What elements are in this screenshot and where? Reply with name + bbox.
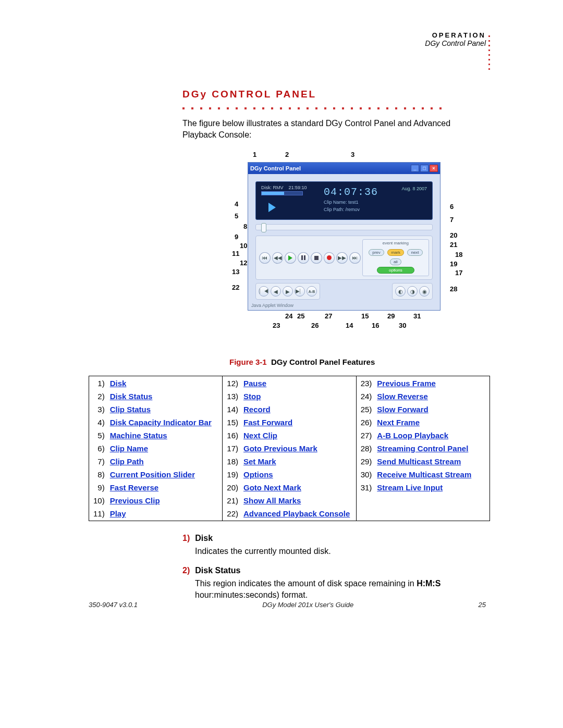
legend-link[interactable]: Goto Previous Mark	[243, 444, 317, 453]
options-button[interactable]: options	[377, 267, 414, 274]
fast-reverse-button[interactable]: ⏮	[259, 252, 271, 264]
legend-link[interactable]: Fast Reverse	[110, 483, 158, 492]
legend-link[interactable]: Previous Clip	[110, 496, 160, 505]
position-slider[interactable]	[255, 224, 433, 230]
legend-link[interactable]: Machine Status	[110, 431, 167, 440]
streaming-control-panel: ◐ ◑ ◉	[392, 283, 433, 300]
fast-forward-button[interactable]: ▶▶	[336, 252, 348, 264]
callout-23: 23	[273, 322, 280, 329]
section-title: DGy CONTROL PANEL	[182, 89, 490, 100]
callout-25: 25	[297, 312, 304, 320]
slow-reverse-button[interactable]: ◀	[271, 286, 281, 297]
callout-5: 5	[235, 212, 238, 220]
legend-link[interactable]: Record	[243, 405, 271, 414]
disk-capacity-bar	[261, 191, 303, 195]
legend-link[interactable]: Slow Reverse	[377, 392, 428, 401]
applet-footer: Java Applet Window	[251, 303, 440, 308]
footer-left: 350-9047 v3.0.1	[89, 601, 138, 609]
callout-16: 16	[372, 322, 379, 329]
set-mark-button[interactable]: mark	[387, 249, 404, 256]
receive-multicast-button[interactable]: ◑	[407, 286, 418, 297]
desc-1-text: Indicates the currently mounted disk.	[195, 546, 490, 557]
legend-link[interactable]: Disk Status	[110, 392, 153, 401]
callout-6: 6	[450, 203, 454, 211]
disk-value: RMV	[273, 185, 284, 190]
callout-20: 20	[450, 231, 457, 239]
callout-10: 10	[240, 242, 247, 250]
previous-clip-button[interactable]: ◀◀	[272, 252, 284, 264]
minimize-button[interactable]: _	[411, 165, 419, 172]
goto-prev-mark-button[interactable]: prev	[369, 249, 384, 256]
legend-link[interactable]: Stream Live Input	[377, 483, 443, 492]
maximize-button[interactable]: □	[420, 165, 429, 172]
window-titlebar[interactable]: DGy Control Panel _ □ ×	[248, 163, 440, 174]
next-clip-button[interactable]: ⏭	[349, 252, 361, 264]
previous-frame-button[interactable]: ⎸◀	[259, 286, 269, 297]
legend-link[interactable]: Stop	[243, 392, 261, 401]
description-section: 1)Disk Indicates the currently mounted d…	[182, 533, 490, 600]
legend-link[interactable]: Next Frame	[377, 418, 420, 427]
status-display: Disk: RMV 21:59:10 04:07:36 Aug. 8 2007 …	[255, 181, 433, 220]
legend-link[interactable]: Clip Name	[110, 444, 148, 453]
ab-loop-button[interactable]: A-B	[307, 286, 317, 297]
callout-17: 17	[455, 269, 462, 277]
legend-link[interactable]: Disk Capacity Indicator Bar	[110, 418, 212, 427]
legend-link[interactable]: Options	[243, 470, 273, 479]
intro-text: The figure below illustrates a standard …	[182, 118, 474, 140]
callout-21: 21	[450, 241, 457, 249]
show-all-marks-button[interactable]: all	[390, 258, 401, 265]
advanced-playback-console: ⎸◀ ◀ ▶ ▶⎸ A-B	[255, 283, 320, 300]
pause-button[interactable]	[298, 252, 309, 264]
horizontal-dots-decor	[182, 103, 490, 113]
page-header: OPERATION DGy Control Panel	[425, 31, 486, 47]
slider-thumb[interactable]	[261, 223, 266, 232]
window-title: DGy Control Panel	[250, 165, 301, 171]
legend-link[interactable]: Set Mark	[243, 457, 276, 466]
stream-live-button[interactable]: ◉	[419, 286, 430, 297]
callout-26: 26	[311, 322, 319, 329]
stop-button[interactable]	[311, 252, 322, 264]
play-button[interactable]	[285, 252, 296, 264]
legend-link[interactable]: A-B Loop Playback	[377, 431, 448, 440]
legend-link[interactable]: Fast Forward	[243, 418, 292, 427]
legend-link[interactable]: Goto Next Mark	[243, 483, 301, 492]
legend-link[interactable]: Streaming Control Panel	[377, 444, 468, 453]
legend-link[interactable]: Disk	[110, 379, 127, 388]
callout-27: 27	[325, 312, 332, 320]
header-subsection: DGy Control Panel	[425, 39, 486, 47]
legend-link[interactable]: Slow Forward	[377, 405, 428, 414]
next-frame-button[interactable]: ▶⎸	[295, 286, 305, 297]
legend-link[interactable]: Clip Path	[110, 457, 144, 466]
slow-forward-button[interactable]: ▶	[283, 286, 293, 297]
legend-link[interactable]: Current Position Slider	[110, 470, 195, 479]
close-button[interactable]: ×	[430, 165, 438, 172]
callout-12: 12	[240, 259, 247, 267]
legend-link[interactable]: Play	[110, 509, 126, 518]
callout-15: 15	[361, 312, 369, 320]
callout-2: 2	[285, 151, 289, 158]
legend-link[interactable]: Next Clip	[243, 431, 277, 440]
control-panel-window: DGy Control Panel _ □ × Disk: RMV 21:59:…	[248, 162, 440, 311]
header-section: OPERATION	[425, 31, 486, 39]
legend-link[interactable]: Clip Status	[110, 405, 151, 414]
legend-link[interactable]: Receive Multicast Stream	[377, 470, 471, 479]
desc-2-num: 2)	[182, 566, 190, 575]
goto-next-mark-button[interactable]: next	[407, 249, 422, 256]
legend-link[interactable]: Show All Marks	[243, 496, 301, 505]
disk-label: Disk:	[261, 185, 272, 190]
callout-24: 24	[285, 312, 292, 320]
callout-8: 8	[243, 223, 247, 230]
callout-7: 7	[450, 216, 454, 224]
legend-link[interactable]: Advanced Playback Console	[243, 509, 350, 518]
event-marking-label: event marking	[365, 241, 426, 245]
record-button[interactable]	[324, 252, 335, 264]
vertical-dots-decor	[488, 32, 490, 73]
figure-title: DGy Control Panel Features	[271, 357, 375, 366]
legend-link[interactable]: Previous Frame	[377, 379, 436, 388]
legend-link[interactable]: Send Multicast Stream	[377, 457, 461, 466]
legend-link[interactable]: Pause	[243, 379, 266, 388]
send-multicast-button[interactable]: ◐	[395, 286, 406, 297]
desc-2-title: Disk Status	[195, 566, 240, 575]
legend-num: 1)	[90, 377, 106, 389]
callout-1: 1	[253, 151, 256, 158]
